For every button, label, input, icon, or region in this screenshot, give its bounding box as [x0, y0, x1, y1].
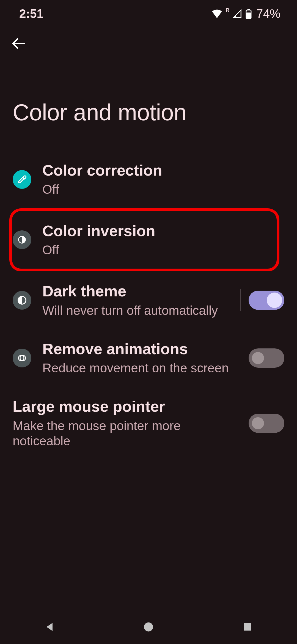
setting-subtitle: Will never turn off automatically [42, 303, 229, 318]
svg-point-8 [144, 623, 153, 632]
setting-subtitle: Off [42, 182, 284, 197]
vertical-divider [240, 289, 241, 311]
nav-home-icon [142, 621, 155, 634]
status-bar: 2:51 R 74% [0, 0, 297, 28]
setting-subtitle: Reduce movement on the screen [42, 361, 238, 376]
setting-color-correction[interactable]: Color correction Off [0, 151, 297, 208]
arrow-back-icon [11, 36, 26, 52]
setting-title: Color inversion [42, 222, 284, 240]
setting-trailing [240, 289, 284, 311]
navigation-bar [0, 611, 297, 644]
dark-theme-icon [13, 291, 31, 310]
contrast-icon [13, 230, 31, 249]
battery-icon [245, 9, 252, 19]
large-mouse-pointer-switch[interactable] [249, 414, 284, 433]
setting-trailing [249, 414, 284, 433]
setting-title: Dark theme [42, 282, 229, 300]
dark-theme-switch[interactable] [249, 291, 284, 310]
setting-color-inversion[interactable]: Color inversion Off [0, 208, 297, 272]
setting-title: Color correction [42, 162, 284, 179]
svg-rect-2 [246, 13, 251, 19]
setting-dark-theme[interactable]: Dark theme Will never turn off automatic… [0, 271, 297, 329]
setting-trailing [249, 348, 284, 368]
nav-back-icon [43, 621, 56, 634]
nav-home-button[interactable] [132, 611, 165, 644]
settings-list: Color correction Off Color inversion Off [0, 151, 297, 460]
nav-recent-button[interactable] [231, 611, 264, 644]
page-title: Color and motion [0, 61, 297, 151]
eyedropper-icon [13, 170, 31, 189]
nav-back-button[interactable] [33, 611, 66, 644]
status-right: R 74% [211, 7, 280, 21]
setting-large-mouse-pointer[interactable]: Large mouse pointer Make the mouse point… [0, 387, 297, 460]
svg-rect-9 [244, 623, 251, 631]
roaming-label: R [226, 7, 229, 13]
battery-percent: 74% [256, 7, 280, 21]
setting-title: Remove animations [42, 340, 238, 358]
setting-subtitle: Make the mouse pointer more noticeable [13, 418, 238, 449]
status-time: 2:51 [19, 7, 43, 21]
app-bar [0, 28, 297, 61]
wifi-icon [211, 9, 222, 18]
setting-remove-animations[interactable]: Remove animations Reduce movement on the… [0, 329, 297, 387]
nav-recent-icon [242, 621, 253, 634]
remove-animations-switch[interactable] [249, 348, 284, 368]
signal-icon [233, 9, 242, 18]
animations-icon [13, 349, 31, 367]
back-button[interactable] [8, 33, 30, 55]
setting-title: Large mouse pointer [13, 398, 238, 415]
setting-subtitle: Off [42, 242, 284, 258]
